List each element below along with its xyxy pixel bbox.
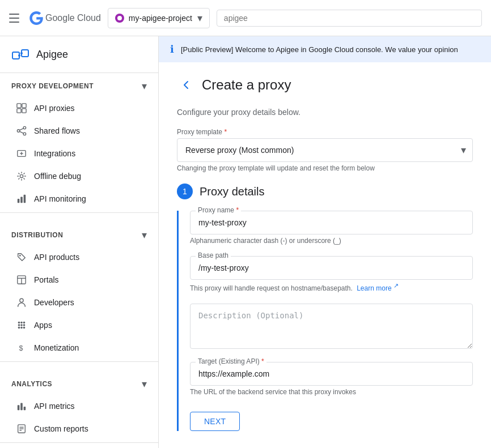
info-icon: ℹ (170, 43, 174, 56)
target-api-group: Target (Existing API) * The URL of the b… (190, 362, 473, 396)
proxy-development-title: Proxy development (11, 82, 94, 90)
collapse-icon: ▾ (142, 80, 147, 92)
logo-text: Google Cloud (45, 13, 101, 23)
sidebar-item-integrations[interactable]: Integrations (0, 142, 158, 165)
proxy-template-hint: Changing the proxy template will update … (177, 164, 473, 172)
svg-point-9 (17, 130, 19, 133)
page-header: Create a proxy (177, 76, 473, 94)
sidebar-item-monetization-label: Monetization (34, 343, 79, 352)
svg-rect-4 (17, 104, 21, 108)
chart-icon (16, 193, 27, 204)
sidebar-item-api-products-label: API products (34, 253, 79, 262)
content-area: ℹ [Public Preview] Welcome to Apigee in … (159, 36, 491, 448)
back-button[interactable] (177, 76, 195, 94)
base-path-group: Base path This proxy will handle request… (190, 256, 473, 292)
proxy-name-label: Proxy name * (196, 206, 241, 214)
sidebar-item-developers[interactable]: Developers (0, 291, 158, 314)
divider-3 (0, 442, 158, 443)
sidebar-item-offline-debug-label: Offline debug (34, 172, 81, 181)
proxy-details-card: Proxy name * Alphanumeric character dash… (177, 211, 473, 431)
svg-point-29 (20, 324, 23, 326)
svg-rect-19 (24, 195, 26, 203)
grid-icon (16, 103, 27, 114)
project-selector[interactable]: my-apigee-project ▾ (108, 8, 210, 28)
svg-rect-6 (17, 109, 21, 113)
analytics-section-header[interactable]: Analytics ▾ (0, 371, 158, 395)
info-banner-text: [Public Preview] Welcome to Apigee in Go… (181, 45, 458, 54)
svg-point-8 (23, 126, 26, 129)
step-badge: 1 (177, 184, 193, 199)
sidebar-item-apps-label: Apps (34, 321, 52, 330)
sidebar-app-title: Apigee (36, 49, 68, 61)
settings-icon (16, 170, 27, 182)
svg-line-11 (20, 129, 24, 130)
sidebar-item-api-proxies-label: API proxies (34, 104, 75, 113)
base-path-label: Base path (196, 251, 231, 259)
sidebar-item-portals[interactable]: Portals (0, 268, 158, 291)
proxy-name-input[interactable] (190, 211, 473, 234)
next-button[interactable]: NEXT (190, 412, 240, 431)
sidebar-item-api-metrics[interactable]: API metrics (0, 395, 158, 417)
proxy-template-select-wrapper: Reverse proxy (Most common) ▾ (177, 138, 473, 162)
svg-point-28 (18, 324, 20, 326)
svg-rect-5 (22, 104, 26, 108)
svg-point-31 (18, 327, 20, 329)
dollar-icon: $ (16, 342, 27, 353)
sidebar-item-integrations-label: Integrations (34, 149, 75, 158)
proxy-details-header: 1 Proxy details (177, 184, 473, 199)
page-content: Create a proxy Configure your proxy deta… (159, 62, 491, 448)
svg-point-33 (23, 327, 26, 329)
sidebar-item-api-proxies[interactable]: API proxies (0, 97, 158, 120)
sidebar-item-portals-label: Portals (34, 275, 59, 284)
target-api-input[interactable] (190, 362, 473, 386)
bar-chart-icon (16, 400, 27, 412)
sidebar: Apigee Proxy development ▾ API proxies (0, 36, 159, 448)
sidebar-item-api-monitoring[interactable]: API monitoring (0, 187, 158, 210)
search-bar[interactable] (217, 10, 482, 27)
doc-icon (16, 423, 27, 434)
project-icon (115, 14, 124, 23)
svg-text:$: $ (19, 344, 23, 352)
sidebar-item-custom-reports[interactable]: Custom reports (0, 417, 158, 440)
hamburger-menu[interactable] (9, 11, 23, 25)
svg-point-10 (23, 133, 26, 135)
search-input[interactable] (224, 14, 475, 23)
base-path-input[interactable] (190, 256, 473, 280)
sidebar-item-apps[interactable]: Apps (0, 314, 158, 336)
svg-line-12 (20, 131, 24, 133)
sidebar-item-custom-reports-label: Custom reports (34, 424, 88, 433)
divider-1 (0, 212, 158, 213)
sidebar-item-shared-flows[interactable]: Shared flows (0, 120, 158, 142)
svg-point-16 (20, 174, 23, 177)
sidebar-item-api-metrics-label: API metrics (34, 402, 75, 411)
distribution-section-header[interactable]: Distribution ▾ (0, 222, 158, 246)
sidebar-item-monetization[interactable]: $ Monetization (0, 336, 158, 359)
svg-rect-7 (22, 109, 26, 113)
page-title: Create a proxy (202, 77, 291, 93)
target-api-hint: The URL of the backend service that this… (190, 388, 473, 396)
description-textarea[interactable] (190, 304, 473, 349)
sidebar-item-offline-debug[interactable]: Offline debug (0, 165, 158, 187)
plus-bracket-icon (16, 148, 27, 159)
svg-point-20 (19, 255, 21, 257)
apigee-logo-icon (11, 45, 29, 63)
proxy-template-label: Proxy template * (177, 128, 473, 136)
sidebar-item-developers-label: Developers (34, 298, 74, 307)
base-path-hint: This proxy will handle request on hostna… (190, 282, 473, 292)
svg-point-2 (18, 54, 20, 57)
svg-point-24 (20, 298, 23, 302)
svg-point-30 (23, 324, 26, 326)
distribution-collapse-icon: ▾ (142, 229, 147, 241)
svg-rect-36 (20, 403, 23, 411)
main-layout: Apigee Proxy development ▾ API proxies (0, 36, 491, 448)
proxy-development-section-header[interactable]: Proxy development ▾ (0, 73, 158, 97)
info-banner: ℹ [Public Preview] Welcome to Apigee in … (159, 36, 491, 62)
sidebar-item-api-products[interactable]: API products (0, 246, 158, 268)
person-icon (16, 297, 27, 308)
google-cloud-logo[interactable]: Google Cloud (29, 11, 101, 25)
learn-more-link[interactable]: Learn more ↗ (357, 284, 399, 292)
share-icon (16, 125, 27, 136)
proxy-name-group: Proxy name * Alphanumeric character dash… (190, 211, 473, 245)
proxy-template-select[interactable]: Reverse proxy (Most common) (177, 138, 473, 162)
proxy-name-hint: Alphanumeric character dash (-) or under… (190, 237, 473, 245)
